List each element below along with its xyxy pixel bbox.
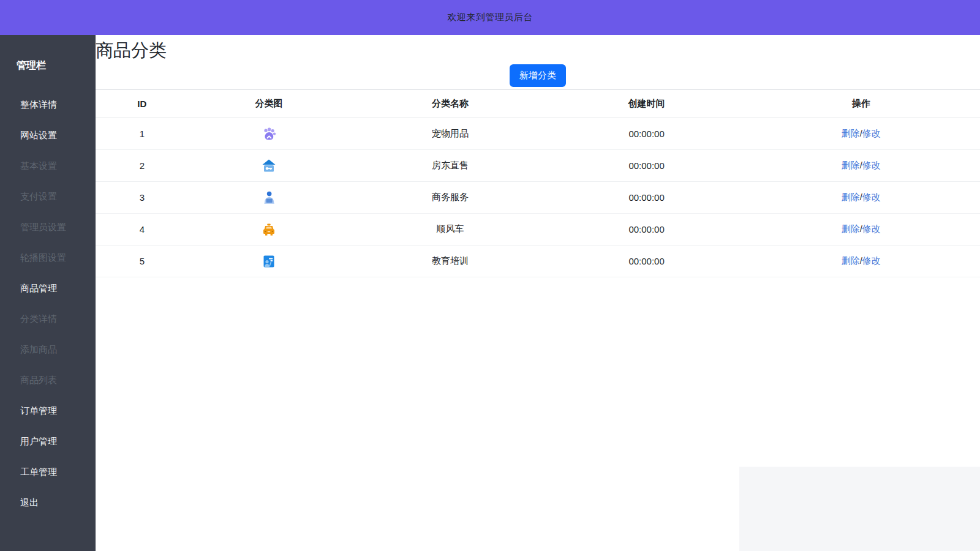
page-title: 商品分类 bbox=[96, 39, 980, 61]
cell-name: 商务服务 bbox=[349, 182, 551, 214]
taxi-icon bbox=[260, 221, 277, 238]
cell-id: 1 bbox=[96, 118, 189, 150]
sidebar-item-product-mgmt[interactable]: 商品管理 bbox=[0, 273, 96, 304]
cell-time: 00:00:00 bbox=[551, 214, 742, 246]
welcome-text: 欢迎来到管理员后台 bbox=[447, 12, 533, 23]
topbar: 欢迎来到管理员后台 bbox=[0, 0, 980, 35]
delete-link[interactable]: 删除 bbox=[842, 255, 860, 266]
table-row: 1 宠物用品 00:00:00 删除/修改 bbox=[96, 118, 980, 150]
sidebar-item-admin-settings[interactable]: 管理员设置 bbox=[0, 212, 96, 242]
cell-time: 00:00:00 bbox=[551, 182, 742, 214]
cell-name: 宠物用品 bbox=[349, 118, 551, 150]
sidebar-item-carousel-settings[interactable]: 轮播图设置 bbox=[0, 242, 96, 273]
modify-link[interactable]: 修改 bbox=[862, 192, 881, 202]
column-header-0: ID bbox=[96, 90, 189, 118]
sidebar-item-logout[interactable]: 退出 bbox=[0, 487, 96, 518]
column-header-3: 创建时间 bbox=[551, 90, 742, 118]
toolbar: 新增分类 bbox=[96, 64, 980, 87]
sidebar-item-order-mgmt[interactable]: 订单管理 bbox=[0, 395, 96, 426]
modify-link[interactable]: 修改 bbox=[862, 128, 881, 138]
table-row: 5 教育培训 00:00:00 删除/修改 bbox=[96, 246, 980, 277]
sidebar-item-basic-settings[interactable]: 基本设置 bbox=[0, 151, 96, 181]
cell-id: 2 bbox=[96, 150, 189, 182]
cell-name: 房东直售 bbox=[349, 150, 551, 182]
table-row: 3 商务服务 00:00:00 删除/修改 bbox=[96, 182, 980, 214]
person-laptop-icon bbox=[260, 189, 277, 206]
sidebar-item-site-settings[interactable]: 网站设置 bbox=[0, 120, 96, 151]
delete-link[interactable]: 删除 bbox=[842, 160, 860, 170]
cell-time: 00:00:00 bbox=[551, 246, 742, 277]
sidebar-item-product-list[interactable]: 商品列表 bbox=[0, 365, 96, 395]
sidebar-item-category-detail[interactable]: 分类详情 bbox=[0, 304, 96, 334]
modify-link[interactable]: 修改 bbox=[862, 255, 881, 266]
sidebar-item-ticket-mgmt[interactable]: 工单管理 bbox=[0, 457, 96, 487]
category-table-body: 1 宠物用品 00:00:00 删除/修改 2 房东直售 00:00:00 删除… bbox=[96, 118, 980, 277]
sidebar-item-payment-settings[interactable]: 支付设置 bbox=[0, 181, 96, 212]
sidebar: 管理栏 整体详情网站设置基本设置支付设置管理员设置轮播图设置商品管理分类详情添加… bbox=[0, 35, 96, 551]
house-key-icon bbox=[260, 157, 277, 174]
table-row: 4 顺风车 00:00:00 删除/修改 bbox=[96, 214, 980, 246]
column-header-2: 分类名称 bbox=[349, 90, 551, 118]
corner-panel bbox=[739, 467, 980, 551]
delete-link[interactable]: 删除 bbox=[842, 128, 860, 138]
cell-id: 3 bbox=[96, 182, 189, 214]
cell-time: 00:00:00 bbox=[551, 150, 742, 182]
table-row: 2 房东直售 00:00:00 删除/修改 bbox=[96, 150, 980, 182]
cell-time: 00:00:00 bbox=[551, 118, 742, 150]
sidebar-item-user-mgmt[interactable]: 用户管理 bbox=[0, 426, 96, 457]
cell-name: 顺风车 bbox=[349, 214, 551, 246]
column-header-4: 操作 bbox=[742, 90, 980, 118]
sidebar-item-add-product[interactable]: 添加商品 bbox=[0, 334, 96, 365]
modify-link[interactable]: 修改 bbox=[862, 160, 881, 170]
sidebar-item-overview[interactable]: 整体详情 bbox=[0, 89, 96, 120]
education-icon bbox=[260, 253, 277, 270]
column-header-1: 分类图 bbox=[189, 90, 350, 118]
sidebar-menu: 整体详情网站设置基本设置支付设置管理员设置轮播图设置商品管理分类详情添加商品商品… bbox=[0, 89, 96, 518]
category-table: ID分类图分类名称创建时间操作 1 宠物用品 00:00:00 删除/修改 2 … bbox=[96, 89, 980, 277]
add-category-button[interactable]: 新增分类 bbox=[510, 64, 566, 87]
cell-name: 教育培训 bbox=[349, 246, 551, 277]
sidebar-title: 管理栏 bbox=[0, 35, 96, 72]
table-header-row: ID分类图分类名称创建时间操作 bbox=[96, 90, 980, 118]
delete-link[interactable]: 删除 bbox=[842, 192, 860, 202]
delete-link[interactable]: 删除 bbox=[842, 223, 860, 234]
modify-link[interactable]: 修改 bbox=[862, 223, 881, 234]
cell-id: 4 bbox=[96, 214, 189, 246]
paw-icon bbox=[260, 126, 277, 143]
cell-id: 5 bbox=[96, 246, 189, 277]
